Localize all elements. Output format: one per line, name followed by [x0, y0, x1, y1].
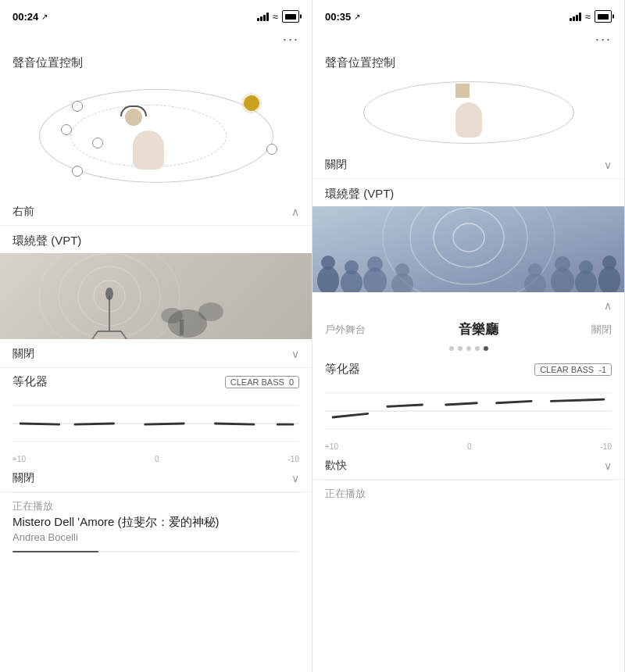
- progress-bar-container-left[interactable]: [0, 549, 312, 556]
- vpt-option-hall[interactable]: 音樂廳: [459, 320, 498, 338]
- vpt-selection-row-right[interactable]: 戶外舞台 音樂廳 關閉: [312, 316, 624, 343]
- svg-rect-12: [180, 320, 184, 335]
- eq-badge-right[interactable]: CLEAR BASS -1: [534, 363, 612, 376]
- vpt-circles-svg: [0, 253, 312, 339]
- position-chevron-right[interactable]: ∨: [604, 159, 612, 171]
- eq-header-right: 等化器 CLEAR BASS -1: [312, 356, 624, 380]
- ellipse-container-right: [359, 77, 578, 148]
- svg-point-41: [528, 263, 542, 277]
- sound-dot-2[interactable]: [61, 124, 72, 135]
- eq-badge-left[interactable]: CLEAR BASS 0: [225, 376, 299, 388]
- vpt-chevron-row-right[interactable]: ∧: [312, 295, 624, 316]
- svg-line-47: [446, 403, 477, 405]
- progress-bar-left: [12, 551, 299, 552]
- eq-graph-right[interactable]: [312, 380, 624, 442]
- vpt-image-right[interactable]: [312, 206, 624, 292]
- signal-icon-left: [257, 12, 269, 21]
- vpt-dot-1[interactable]: [449, 346, 454, 351]
- status-time-left: 00:24: [12, 11, 38, 23]
- svg-line-16: [20, 424, 59, 424]
- right-panel: 00:35 ↗ ≈ ··· 聲音位置控制: [312, 0, 625, 672]
- sound-position-visual-left[interactable]: [0, 73, 312, 198]
- vpt-label-row-left[interactable]: 關閉 ∨: [0, 341, 312, 368]
- eq-chevron-right[interactable]: ∨: [604, 459, 612, 472]
- vpt-label-right: 環繞聲 (VPT): [312, 179, 624, 206]
- vpt-image-left[interactable]: [0, 253, 312, 339]
- location-arrow-icon-right: ↗: [354, 13, 360, 21]
- eq-off-row-left[interactable]: 關閉 ∨: [0, 465, 312, 492]
- ellipse-container-left: [31, 81, 281, 191]
- sound-position-header-left: 聲音位置控制: [0, 49, 312, 73]
- eq-y-minus-right: -10: [601, 442, 612, 451]
- vpt-svg-right: [312, 206, 624, 292]
- status-bar-left: 00:24 ↗ ≈: [0, 0, 312, 28]
- menu-dots-left[interactable]: ···: [0, 28, 312, 49]
- now-playing-artist-left: Andrea Bocelli: [0, 531, 312, 549]
- wifi-icon-right: ≈: [585, 11, 591, 23]
- location-arrow-icon-left: ↗: [41, 13, 48, 21]
- vpt-current-label-left: 關閉: [12, 347, 34, 361]
- vpt-option-off[interactable]: 關閉: [591, 323, 612, 337]
- eq-labels-right: +10 0 -10: [312, 442, 624, 451]
- svg-point-31: [367, 256, 383, 272]
- status-icons-left: ≈: [257, 10, 299, 23]
- svg-point-27: [321, 256, 335, 270]
- eq-y-zero-left: 0: [155, 455, 159, 463]
- wifi-icon-left: ≈: [273, 11, 278, 23]
- vpt-dot-2[interactable]: [458, 346, 462, 351]
- vpt-dot-4[interactable]: [475, 346, 480, 351]
- sound-dot-6[interactable]: [266, 144, 277, 155]
- vpt-dot-5[interactable]: [484, 346, 488, 351]
- clear-bass-value-left: 0: [289, 377, 294, 387]
- eq-graph-left[interactable]: [0, 392, 312, 455]
- vpt-dots-row: [312, 343, 624, 356]
- vpt-label-left: 環繞聲 (VPT): [0, 226, 312, 253]
- vpt-option-outdoor[interactable]: 戶外舞台: [325, 323, 366, 337]
- vpt-chevron-up-right[interactable]: ∧: [604, 299, 612, 312]
- left-panel: 00:24 ↗ ≈ ··· 聲音位置控制: [0, 0, 312, 672]
- clear-bass-value-right: -1: [598, 365, 606, 374]
- now-playing-header-right: 正在播放: [312, 481, 624, 502]
- svg-line-19: [215, 424, 254, 424]
- status-icons-right: ≈: [570, 10, 612, 23]
- clear-bass-label-left: CLEAR BASS: [230, 377, 284, 387]
- sound-position-visual-right[interactable]: [312, 73, 624, 152]
- svg-line-48: [496, 401, 531, 402]
- eq-mode-row-right[interactable]: 歡快 ∨: [312, 452, 624, 480]
- svg-point-39: [555, 256, 570, 272]
- svg-line-45: [333, 413, 368, 417]
- now-playing-header-left: 正在播放: [0, 493, 312, 515]
- svg-point-35: [602, 256, 616, 270]
- person-head-right: [455, 84, 470, 98]
- eq-title-left: 等化器: [12, 374, 48, 389]
- headphones-icon: [120, 105, 147, 116]
- vpt-dot-3[interactable]: [466, 346, 471, 351]
- eq-y-minus-left: -10: [288, 455, 299, 463]
- eq-y-plus-right: +10: [325, 442, 338, 451]
- svg-point-10: [198, 302, 223, 321]
- position-current-label: 右前: [12, 205, 34, 219]
- sound-dot-1[interactable]: [72, 101, 83, 112]
- position-label-row-right[interactable]: 關閉 ∨: [312, 152, 624, 179]
- battery-icon-left: [282, 10, 299, 23]
- svg-point-37: [579, 260, 593, 274]
- clear-bass-label-right: CLEAR BASS: [540, 365, 594, 374]
- vpt-chevron-left[interactable]: ∨: [291, 348, 299, 360]
- svg-line-17: [75, 424, 114, 424]
- person-figure-right: [455, 84, 482, 138]
- signal-icon-right: [570, 12, 581, 21]
- eq-chevron-left[interactable]: ∨: [291, 472, 299, 484]
- person-body-right: [455, 102, 482, 138]
- sound-dot-3[interactable]: [92, 138, 103, 148]
- eq-svg-left: [12, 392, 299, 455]
- sound-dot-4[interactable]: [72, 166, 83, 177]
- svg-point-11: [161, 308, 183, 323]
- position-label-row-left[interactable]: 右前 ∧: [0, 198, 312, 226]
- eq-header-left: 等化器 CLEAR BASS 0: [0, 368, 312, 392]
- sound-dot-5-active[interactable]: [244, 95, 259, 111]
- menu-dots-right[interactable]: ···: [312, 28, 624, 49]
- eq-labels-left: +10 0 -10: [0, 455, 312, 463]
- eq-svg-right: [325, 380, 612, 442]
- position-chevron-left[interactable]: ∧: [291, 206, 299, 218]
- person-body: [133, 130, 164, 170]
